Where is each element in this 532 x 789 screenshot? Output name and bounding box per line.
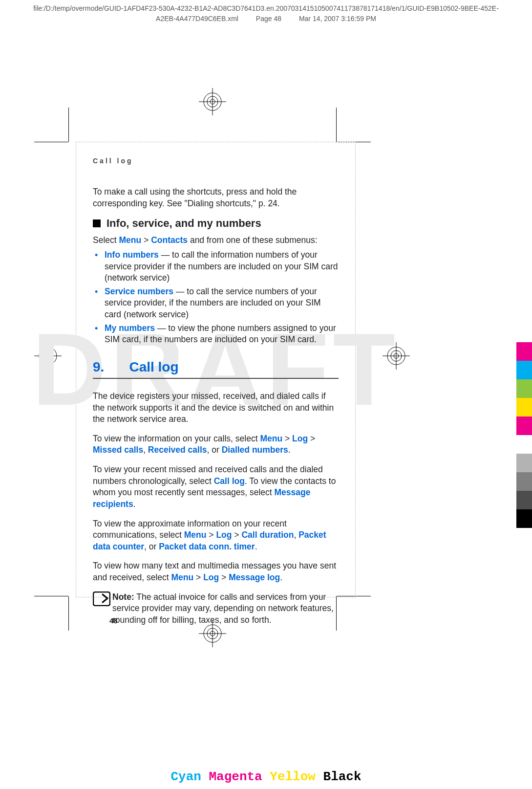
contacts-link: Contacts (151, 235, 188, 245)
section-heading-text: Info, service, and my numbers (106, 217, 261, 230)
timestamp: Mar 14, 2007 3:16:59 PM (299, 15, 376, 22)
received-calls-link: Received calls (148, 445, 207, 455)
registration-mark-icon (383, 342, 410, 370)
list-item: My numbers — to view the phone numbers a… (93, 323, 339, 346)
crop-mark (34, 142, 68, 142)
registration-mark-icon (34, 342, 62, 370)
service-numbers-link: Service numbers (105, 286, 173, 296)
color-swatch (516, 435, 532, 454)
paragraph: To view your recent missed and received … (93, 464, 339, 510)
note-icon (93, 592, 112, 608)
black-label: Black (323, 769, 362, 784)
list-item: Info numbers — to call the information n… (93, 249, 339, 284)
my-numbers-link: My numbers (105, 323, 155, 333)
square-bullet-icon (93, 219, 101, 227)
chapter-heading: 9. Call log (93, 359, 339, 379)
page-content-frame: DRAFT Call log To make a call using the … (76, 142, 356, 597)
color-swatch (516, 472, 532, 491)
paragraph: To view how many text and multimedia mes… (93, 560, 339, 583)
missed-calls-link: Missed calls (93, 445, 143, 455)
menu-link: Menu (171, 572, 194, 582)
intro-paragraph: To make a call using the shortcuts, pres… (93, 186, 339, 209)
log-link: Log (216, 530, 232, 540)
info-numbers-link: Info numbers (105, 250, 159, 260)
dialled-numbers-link: Dialled numbers (222, 445, 288, 455)
registration-mark-icon (199, 88, 226, 115)
file-path-line2: A2EB-4A477D49C6EB.xml (156, 15, 238, 22)
crop-mark (68, 108, 69, 142)
color-swatch (516, 491, 532, 509)
note-label: Note: (112, 592, 134, 602)
log-link: Log (203, 572, 219, 582)
page-number: 48 (109, 616, 355, 625)
menu-link: Menu (184, 530, 207, 540)
menu-link: Menu (260, 434, 282, 443)
packet-data-conn-timer-link: Packet data conn. timer (159, 542, 255, 551)
section-lead: Select Menu > Contacts and from one of t… (93, 235, 339, 246)
color-bars (516, 342, 532, 528)
paragraph: To view the information on your calls, s… (93, 433, 339, 456)
color-swatch (516, 454, 532, 472)
color-swatch (516, 379, 532, 398)
list-item: Service numbers — to call the service nu… (93, 286, 339, 321)
yellow-label: Yellow (270, 769, 316, 784)
section-heading: Info, service, and my numbers (93, 217, 339, 230)
crop-mark (34, 596, 68, 596)
chapter-title: Call log (129, 359, 178, 374)
color-swatch (516, 416, 532, 435)
call-duration-link: Call duration (241, 530, 294, 540)
cyan-label: Cyan (170, 769, 201, 784)
color-swatch (516, 361, 532, 379)
color-swatch (516, 509, 532, 528)
file-path-line1: file:/D:/temp/overmode/GUID-1AFD4F23-530… (0, 4, 532, 13)
cmyk-footer: Cyan Magenta Yellow Black (0, 769, 532, 784)
paragraph: The device registers your missed, receiv… (93, 391, 339, 425)
page-label: Page 48 (256, 15, 281, 22)
running-head: Call log (93, 157, 339, 165)
color-swatch (516, 398, 532, 416)
crop-mark (336, 108, 337, 142)
menu-link: Menu (119, 235, 142, 245)
chapter-number: 9. (93, 359, 127, 375)
color-swatch (516, 342, 532, 361)
magenta-label: Magenta (209, 769, 262, 784)
message-log-link: Message log (229, 572, 280, 582)
log-link: Log (292, 434, 308, 443)
crop-mark (68, 596, 69, 631)
call-log-link: Call log (214, 476, 245, 486)
paragraph: To view the approximate information on y… (93, 518, 339, 553)
file-header: file:/D:/temp/overmode/GUID-1AFD4F23-530… (0, 4, 532, 23)
submenu-list: Info numbers — to call the information n… (93, 249, 339, 346)
